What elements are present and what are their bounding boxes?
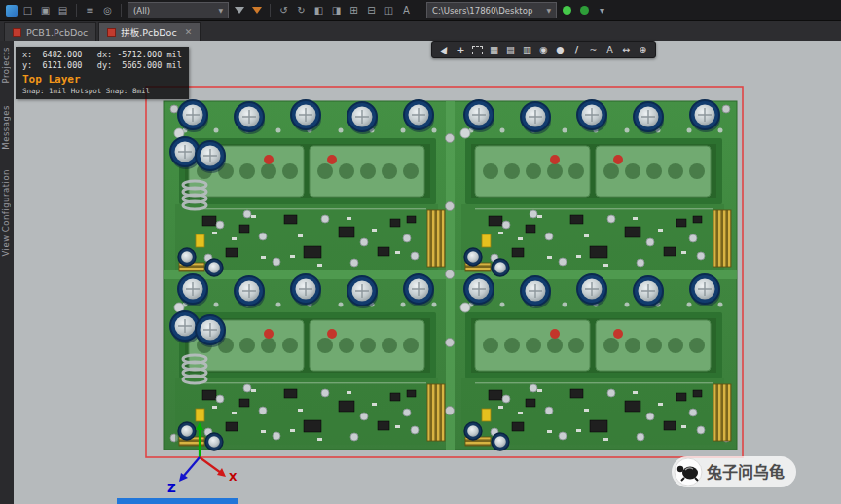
panel-tab-strip: Projects Messages View Configuration <box>0 41 15 504</box>
select-arrow-icon[interactable]: ▶ <box>437 44 452 56</box>
scope-filter-value: (All) <box>133 6 150 16</box>
tab-panel-pcbdoc[interactable]: 拼板.PcbDoc ✕ <box>98 22 201 41</box>
pcb-3d-view[interactable]: X Z 兔子问乌龟 x: 6482.000 dx: -571 <box>14 41 841 504</box>
text-tool-icon[interactable]: A <box>399 3 414 18</box>
path-combobox[interactable]: C:\Users\17860\Desktop ▼ <box>426 2 557 18</box>
place-via-icon[interactable]: ◉ <box>536 44 551 56</box>
snap-settings-icon[interactable]: ⊟ <box>364 3 379 18</box>
clear-filter-icon[interactable] <box>249 3 264 18</box>
watermark-logo <box>675 458 702 486</box>
close-icon[interactable]: ✕ <box>185 27 193 37</box>
origin-icon[interactable]: ⊕ <box>636 44 650 56</box>
scope-filter-select[interactable]: (All) ▼ <box>128 2 229 18</box>
filter-icon[interactable] <box>232 3 246 18</box>
new-doc-icon[interactable]: □ <box>20 3 35 18</box>
app-icon[interactable] <box>6 5 18 17</box>
status-green-icon[interactable] <box>560 3 574 18</box>
pcb-3d-render: X Z 兔子问乌龟 <box>14 41 841 504</box>
altium-pcb-editor-window: □ ▣ ▤ ≡ ◎ (All) ▼ ↺ ↻ ◧ ◨ ⊞ ⊟ ◫ A C:\Use… <box>0 0 841 504</box>
tab-pcb1-label: PCB1.PcbDoc <box>26 27 88 38</box>
tab-pcb1[interactable]: PCB1.PcbDoc <box>4 22 96 41</box>
area-select-icon[interactable] <box>470 44 485 56</box>
board-view-icon[interactable]: ▦ <box>487 44 501 56</box>
more-options-icon[interactable]: ▾ <box>595 3 609 18</box>
undo-icon[interactable]: ↺ <box>276 3 291 18</box>
redo-icon[interactable]: ↻ <box>294 3 309 18</box>
save-doc-icon[interactable]: ▤ <box>55 3 70 18</box>
sidebar-item-messages[interactable]: Messages <box>1 105 11 150</box>
layers-icon[interactable]: ▤ <box>503 44 518 56</box>
hud-y-line: y: 6121.000 dy: 5665.000 mil <box>22 60 182 71</box>
mask-level-icon[interactable]: ◧ <box>311 3 326 18</box>
toolbar-separator <box>270 4 271 17</box>
watermark-text: 兔子问乌龟 <box>706 463 785 482</box>
pcbdoc-icon <box>13 28 21 37</box>
dimension-icon[interactable]: ↔ <box>619 44 634 56</box>
sidebar-item-projects[interactable]: Projects <box>1 47 11 84</box>
active-layer-label: Top Layer <box>22 73 182 86</box>
chevron-down-icon: ▼ <box>546 7 551 14</box>
toolbar-separator <box>420 4 420 17</box>
toolbar-separator <box>76 4 77 17</box>
place-arc-icon[interactable]: ~ <box>586 44 601 56</box>
move-icon[interactable]: + <box>454 44 468 56</box>
flip-board-icon[interactable]: ◨ <box>329 3 344 18</box>
snap-info-label: Snap: 1mil Hotspot Snap: 8mil <box>22 87 182 95</box>
tab-panel-label: 拼板.PcbDoc <box>121 25 176 39</box>
watermark: 兔子问乌龟 <box>672 456 796 487</box>
active-bar: ▶ + ▦ ▤ ▥ ◉ ● / ~ A ↔ ⊕ <box>431 41 656 58</box>
grid-settings-icon[interactable]: ⊞ <box>347 3 361 18</box>
heads-up-display: x: 6482.000 dx: -5712.000 mil y: 6121.00… <box>16 47 189 99</box>
status-green2-icon[interactable] <box>577 3 592 18</box>
open-doc-icon[interactable]: ▣ <box>38 3 53 18</box>
sidebar-item-view-configuration[interactable]: View Configuration <box>1 169 11 257</box>
place-pad-icon[interactable]: ● <box>553 44 567 56</box>
pcbdoc-icon <box>107 28 116 37</box>
place-text-icon[interactable]: A <box>603 44 617 56</box>
chevron-down-icon: ▼ <box>218 7 223 14</box>
grid-icon[interactable]: ▥ <box>520 44 534 56</box>
pcb-panel-board <box>164 100 737 450</box>
menu-icon[interactable]: ≡ <box>83 3 97 18</box>
z-axis-label: Z <box>167 482 176 495</box>
align-icon[interactable]: ◫ <box>382 3 396 18</box>
background-window-fragment <box>117 498 238 504</box>
toolbar-separator <box>121 4 122 17</box>
x-axis-label: X <box>229 471 238 484</box>
document-tab-bar: PCB1.PcbDoc 拼板.PcbDoc ✕ <box>0 21 841 41</box>
cross-probe-icon[interactable]: ◎ <box>100 3 115 18</box>
path-value: C:\Users\17860\Desktop <box>432 6 532 16</box>
route-icon[interactable]: / <box>569 44 584 56</box>
hud-x-line: x: 6482.000 dx: -5712.000 mil <box>22 50 182 60</box>
main-toolbar: □ ▣ ▤ ≡ ◎ (All) ▼ ↺ ↻ ◧ ◨ ⊞ ⊟ ◫ A C:\Use… <box>0 0 841 21</box>
